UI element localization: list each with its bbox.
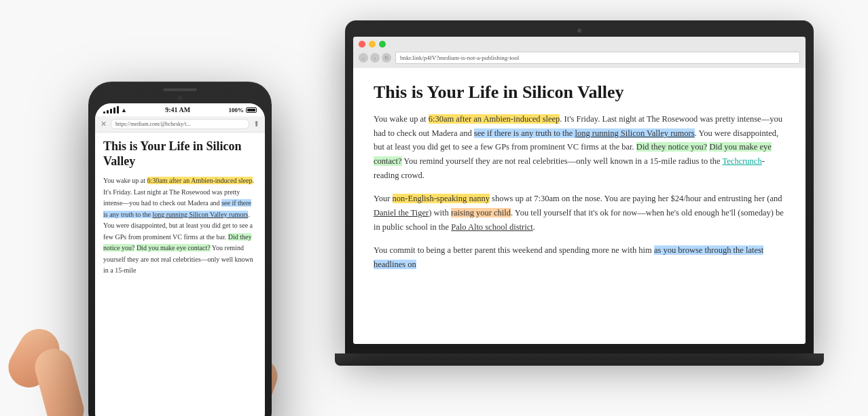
phone-article-paragraph: You wake up at 6:30am after an Ambien-in… (103, 175, 257, 277)
nav-buttons: ‹ › ↻ (359, 53, 391, 63)
close-window-button[interactable] (359, 41, 365, 48)
text-see-if-there: see if there is any truth to the (474, 128, 575, 138)
signal-strength (103, 106, 119, 114)
battery-icon (246, 107, 257, 113)
wifi-icon: ▲ (121, 107, 127, 114)
battery-area: 100% (229, 107, 257, 114)
laptop-camera (577, 29, 581, 33)
battery-percentage: 100% (229, 107, 245, 114)
back-button[interactable]: ‹ (359, 53, 368, 63)
browser-dots (359, 41, 800, 48)
phone-speaker (163, 88, 197, 91)
phone-text-before-hl1: You wake up at (103, 177, 147, 184)
phone-screen: ▲ 9:41 AM 100% ✕ https://medium.com/@bch… (95, 103, 265, 416)
phone-highlight-ambien: 6:30am after an Ambien-induced sleep (147, 177, 253, 184)
browser-article-content: This is Your Life in Silicon Valley You … (353, 68, 806, 344)
reload-button[interactable]: ↻ (382, 53, 391, 63)
phone-status-bar: ▲ 9:41 AM 100% (95, 103, 265, 116)
text-before-hl1: You wake up at (374, 114, 429, 124)
forward-button[interactable]: › (370, 53, 380, 63)
mobile-phone: ▲ 9:41 AM 100% ✕ https://medium.com/@bch… (88, 82, 272, 416)
phone-highlight-contact: Did you make eye contact? (137, 244, 211, 252)
link-silicon-valley-rumors[interactable]: long running Silicon Valley rumors (575, 128, 694, 138)
laptop-screen: ‹ › ↻ bnkr.link/p4fV?medium-is-not-a-pub… (353, 37, 806, 344)
thumb-finger (1, 322, 67, 395)
phone-article-title: This is Your Life in Silicon Valley (103, 139, 257, 169)
text-p2-end: . (533, 222, 535, 232)
article-paragraph-1: You wake up at 6:30am after an Ambien-in… (374, 112, 785, 182)
maximize-window-button[interactable] (379, 41, 386, 48)
signal-area: ▲ (103, 106, 127, 114)
address-bar[interactable]: bnkr.link/p4fV?medium-is-not-a-publishin… (395, 52, 800, 64)
text-p2-before-hl2: ) with (429, 208, 451, 218)
index-finger (31, 345, 88, 416)
text-p3-after: ne with him (611, 245, 654, 255)
battery-fill (247, 109, 255, 111)
signal-bar-2 (107, 110, 109, 114)
laptop: ‹ › ↻ bnkr.link/p4fV?medium-is-not-a-pub… (345, 20, 814, 381)
phone-front-camera (177, 95, 183, 101)
highlight-raising-child: raising your child (451, 208, 511, 218)
signal-bar-3 (110, 109, 112, 114)
text-after-hl4: You remind yourself they are not real ce… (402, 156, 723, 166)
minimize-window-button[interactable] (369, 41, 376, 48)
link-techcrunch[interactable]: Techcrunch (723, 156, 762, 166)
phone-share-button[interactable]: ⬆ (253, 120, 259, 128)
phone-browser-bar: ✕ https://medium.com/@bchesky/t... ⬆ (95, 116, 265, 133)
signal-bar-5 (117, 106, 119, 114)
phone-outer: ▲ 9:41 AM 100% ✕ https://medium.com/@bch… (88, 82, 272, 416)
link-palo-alto-school[interactable]: Palo Alto school district (451, 222, 532, 232)
highlight-nanny: non-English-speaking nanny (393, 194, 490, 203)
url-text: bnkr.link/p4fV?medium-is-not-a-publishin… (400, 54, 519, 61)
phone-url-text: https://medium.com/@bchesky/t... (115, 121, 190, 127)
phone-address-bar[interactable]: https://medium.com/@bchesky/t... (111, 119, 249, 129)
text-p2-after-hl1: shows up at 7:30am on the nose. You are … (490, 194, 782, 203)
highlight-see-if-there: see if there is any truth to the long ru… (474, 128, 695, 138)
article-paragraph-2: Your non-English-speaking nanny shows up… (374, 192, 785, 234)
signal-bar-4 (113, 107, 115, 114)
laptop-body: ‹ › ↻ bnkr.link/p4fV?medium-is-not-a-pub… (345, 20, 814, 353)
article-title: This is Your Life in Silicon Valley (374, 82, 785, 103)
phone-time: 9:41 AM (165, 106, 190, 114)
laptop-base (335, 353, 824, 366)
browser-chrome: ‹ › ↻ bnkr.link/p4fV?medium-is-not-a-pub… (353, 37, 806, 68)
signal-bar-1 (103, 111, 105, 114)
highlight-ambien-sleep: 6:30am after an Ambien-induced sleep (429, 114, 560, 124)
link-daniel-tiger[interactable]: Daniel the Tiger (374, 208, 429, 218)
browser-address-bar: ‹ › ↻ bnkr.link/p4fV?medium-is-not-a-pub… (359, 50, 800, 65)
text-p3-before: You commit to being a better parent this… (374, 245, 611, 255)
article-paragraph-3: You commit to being a better parent this… (374, 243, 785, 271)
scene: ‹ › ↻ bnkr.link/p4fV?medium-is-not-a-pub… (0, 0, 868, 416)
phone-article-content: This is Your Life in Silicon Valley You … (95, 133, 265, 416)
highlight-did-they-notice: Did they notice you? (636, 142, 708, 152)
phone-close-tab-button[interactable]: ✕ (101, 120, 107, 128)
phone-link-silicon-valley[interactable]: long running Silicon Valley rumors (153, 211, 249, 218)
text-p2-before: Your (374, 194, 393, 203)
